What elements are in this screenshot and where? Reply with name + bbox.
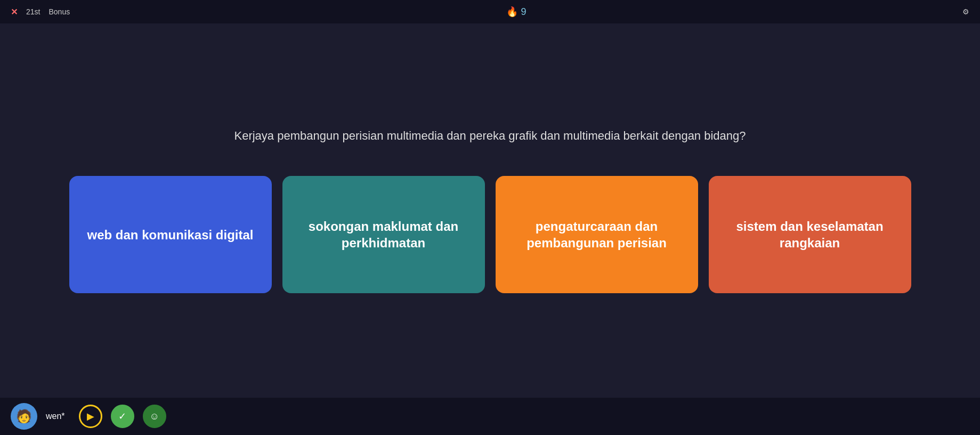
- play-icon: ▶: [87, 410, 94, 422]
- emoji-icon: ☺: [149, 411, 159, 422]
- flame-icon: 🔥: [506, 6, 518, 18]
- score-value: 9: [521, 6, 527, 18]
- choice-c-label: pengaturcaraan dan pembangunan perisian: [509, 218, 685, 251]
- play-button[interactable]: ▶: [79, 405, 102, 428]
- choices-grid: web dan komunikasi digital sokongan makl…: [64, 176, 917, 293]
- avatar: 🧑: [11, 403, 37, 430]
- bonus-label: Bonus: [48, 7, 70, 16]
- question-text: Kerjaya pembangun perisian multimedia da…: [234, 128, 746, 144]
- emoji-button[interactable]: ☺: [143, 405, 166, 428]
- settings-icon[interactable]: ⚙: [962, 7, 969, 16]
- top-bar: ✕ 21st Bonus 🔥 9 ⚙: [0, 0, 980, 23]
- choice-b[interactable]: sokongan maklumat dan perkhidmatan: [282, 176, 485, 293]
- game-bar: 🧑 wen* ▶ ✓ ☺: [0, 398, 980, 435]
- check-button[interactable]: ✓: [111, 405, 134, 428]
- question-area: Kerjaya pembangun perisian multimedia da…: [0, 23, 980, 398]
- choice-d[interactable]: sistem dan keselamatan rangkaian: [709, 176, 911, 293]
- choice-a-label: web dan komunikasi digital: [87, 227, 253, 243]
- check-icon: ✓: [118, 410, 126, 422]
- choice-b-label: sokongan maklumat dan perkhidmatan: [296, 218, 472, 251]
- position-label: 21st: [26, 7, 40, 16]
- top-bar-center: 🔥 9: [506, 6, 527, 18]
- username-label: wen*: [46, 412, 65, 421]
- choice-d-label: sistem dan keselamatan rangkaian: [722, 218, 898, 251]
- close-icon[interactable]: ✕: [11, 7, 18, 17]
- top-bar-left: ✕ 21st Bonus: [11, 7, 70, 17]
- choice-a[interactable]: web dan komunikasi digital: [69, 176, 272, 293]
- quiz-screen: ✕ 21st Bonus 🔥 9 ⚙ Kerjaya pembangun per…: [0, 0, 980, 435]
- choice-c[interactable]: pengaturcaraan dan pembangunan perisian: [496, 176, 698, 293]
- top-bar-right: ⚙: [962, 7, 969, 16]
